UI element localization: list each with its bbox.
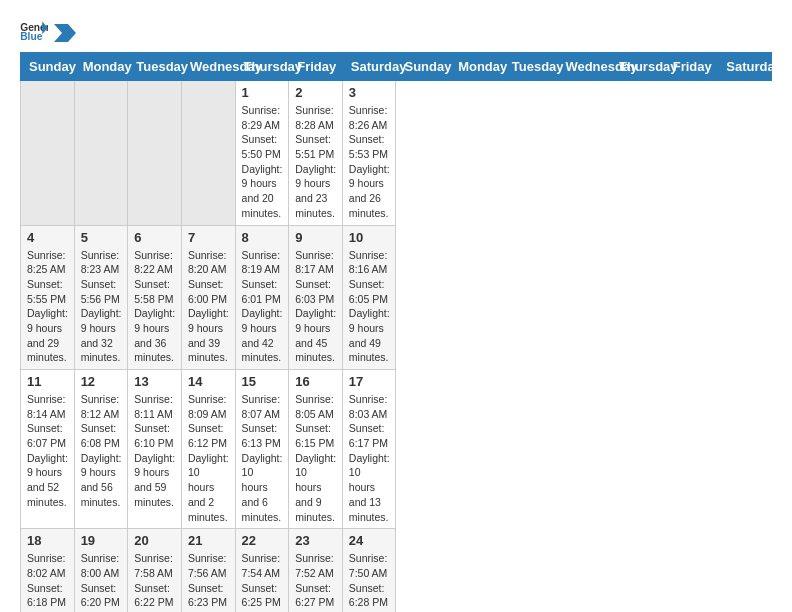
col-header-thursday: Thursday (611, 53, 665, 81)
calendar-cell: 16Sunrise: 8:05 AMSunset: 6:15 PMDayligh… (289, 370, 343, 529)
day-info: Sunrise: 8:17 AMSunset: 6:03 PMDaylight:… (295, 248, 336, 366)
calendar-cell: 20Sunrise: 7:58 AMSunset: 6:22 PMDayligh… (128, 529, 182, 612)
calendar-cell: 15Sunrise: 8:07 AMSunset: 6:13 PMDayligh… (235, 370, 289, 529)
page-header: General Blue (20, 20, 772, 42)
day-info: Sunrise: 8:12 AMSunset: 6:08 PMDaylight:… (81, 392, 122, 510)
col-header-saturday: Saturday (718, 53, 772, 81)
day-info: Sunrise: 8:11 AMSunset: 6:10 PMDaylight:… (134, 392, 175, 510)
day-number: 13 (134, 374, 175, 389)
calendar-cell: 23Sunrise: 7:52 AMSunset: 6:27 PMDayligh… (289, 529, 343, 612)
day-number: 7 (188, 230, 229, 245)
day-info: Sunrise: 7:50 AMSunset: 6:28 PMDaylight:… (349, 551, 390, 612)
day-number: 9 (295, 230, 336, 245)
calendar-cell: 13Sunrise: 8:11 AMSunset: 6:10 PMDayligh… (128, 370, 182, 529)
header-tuesday: Tuesday (128, 53, 182, 81)
day-number: 14 (188, 374, 229, 389)
calendar-cell (181, 81, 235, 226)
calendar-cell (21, 81, 75, 226)
day-info: Sunrise: 8:19 AMSunset: 6:01 PMDaylight:… (242, 248, 283, 366)
day-info: Sunrise: 8:20 AMSunset: 6:00 PMDaylight:… (188, 248, 229, 366)
calendar-cell: 19Sunrise: 8:00 AMSunset: 6:20 PMDayligh… (74, 529, 128, 612)
calendar-cell: 12Sunrise: 8:12 AMSunset: 6:08 PMDayligh… (74, 370, 128, 529)
day-number: 4 (27, 230, 68, 245)
col-header-friday: Friday (664, 53, 718, 81)
calendar-cell: 14Sunrise: 8:09 AMSunset: 6:12 PMDayligh… (181, 370, 235, 529)
day-info: Sunrise: 8:28 AMSunset: 5:51 PMDaylight:… (295, 103, 336, 221)
calendar-cell (74, 81, 128, 226)
week-row-3: 11Sunrise: 8:14 AMSunset: 6:07 PMDayligh… (21, 370, 772, 529)
day-info: Sunrise: 8:26 AMSunset: 5:53 PMDaylight:… (349, 103, 390, 221)
calendar-cell: 9Sunrise: 8:17 AMSunset: 6:03 PMDaylight… (289, 225, 343, 370)
day-info: Sunrise: 7:58 AMSunset: 6:22 PMDaylight:… (134, 551, 175, 612)
day-info: Sunrise: 8:29 AMSunset: 5:50 PMDaylight:… (242, 103, 283, 221)
day-number: 24 (349, 533, 390, 548)
calendar-cell: 1Sunrise: 8:29 AMSunset: 5:50 PMDaylight… (235, 81, 289, 226)
col-header-wednesday: Wednesday (557, 53, 611, 81)
header-monday: Monday (74, 53, 128, 81)
calendar-cell: 11Sunrise: 8:14 AMSunset: 6:07 PMDayligh… (21, 370, 75, 529)
calendar-cell (128, 81, 182, 226)
calendar-cell: 21Sunrise: 7:56 AMSunset: 6:23 PMDayligh… (181, 529, 235, 612)
header-friday: Friday (289, 53, 343, 81)
day-number: 22 (242, 533, 283, 548)
col-header-monday: Monday (450, 53, 504, 81)
header-thursday: Thursday (235, 53, 289, 81)
calendar-cell: 5Sunrise: 8:23 AMSunset: 5:56 PMDaylight… (74, 225, 128, 370)
calendar-cell: 8Sunrise: 8:19 AMSunset: 6:01 PMDaylight… (235, 225, 289, 370)
day-info: Sunrise: 7:54 AMSunset: 6:25 PMDaylight:… (242, 551, 283, 612)
day-info: Sunrise: 8:14 AMSunset: 6:07 PMDaylight:… (27, 392, 68, 510)
calendar-cell: 22Sunrise: 7:54 AMSunset: 6:25 PMDayligh… (235, 529, 289, 612)
day-info: Sunrise: 8:16 AMSunset: 6:05 PMDaylight:… (349, 248, 390, 366)
day-number: 3 (349, 85, 390, 100)
header-wednesday: Wednesday (181, 53, 235, 81)
day-number: 15 (242, 374, 283, 389)
day-number: 21 (188, 533, 229, 548)
day-info: Sunrise: 7:56 AMSunset: 6:23 PMDaylight:… (188, 551, 229, 612)
calendar-cell: 3Sunrise: 8:26 AMSunset: 5:53 PMDaylight… (342, 81, 396, 226)
header-sunday: Sunday (21, 53, 75, 81)
day-info: Sunrise: 8:07 AMSunset: 6:13 PMDaylight:… (242, 392, 283, 524)
calendar-table: SundayMondayTuesdayWednesdayThursdayFrid… (20, 52, 772, 612)
day-number: 23 (295, 533, 336, 548)
day-info: Sunrise: 8:25 AMSunset: 5:55 PMDaylight:… (27, 248, 68, 366)
day-info: Sunrise: 8:05 AMSunset: 6:15 PMDaylight:… (295, 392, 336, 524)
logo-icon: General Blue (20, 20, 48, 42)
day-info: Sunrise: 8:03 AMSunset: 6:17 PMDaylight:… (349, 392, 390, 524)
day-number: 1 (242, 85, 283, 100)
day-info: Sunrise: 8:00 AMSunset: 6:20 PMDaylight:… (81, 551, 122, 612)
calendar-cell: 6Sunrise: 8:22 AMSunset: 5:58 PMDaylight… (128, 225, 182, 370)
col-header-tuesday: Tuesday (503, 53, 557, 81)
day-number: 8 (242, 230, 283, 245)
day-number: 10 (349, 230, 390, 245)
logo-arrow-icon (54, 24, 76, 42)
calendar-header-row: SundayMondayTuesdayWednesdayThursdayFrid… (21, 53, 772, 81)
calendar-cell: 18Sunrise: 8:02 AMSunset: 6:18 PMDayligh… (21, 529, 75, 612)
svg-marker-3 (54, 24, 76, 42)
day-info: Sunrise: 8:09 AMSunset: 6:12 PMDaylight:… (188, 392, 229, 524)
day-number: 16 (295, 374, 336, 389)
day-number: 2 (295, 85, 336, 100)
calendar-cell: 24Sunrise: 7:50 AMSunset: 6:28 PMDayligh… (342, 529, 396, 612)
day-number: 19 (81, 533, 122, 548)
calendar-cell: 7Sunrise: 8:20 AMSunset: 6:00 PMDaylight… (181, 225, 235, 370)
week-row-2: 4Sunrise: 8:25 AMSunset: 5:55 PMDaylight… (21, 225, 772, 370)
logo: General Blue (20, 20, 78, 42)
day-info: Sunrise: 7:52 AMSunset: 6:27 PMDaylight:… (295, 551, 336, 612)
calendar-cell: 4Sunrise: 8:25 AMSunset: 5:55 PMDaylight… (21, 225, 75, 370)
week-row-4: 18Sunrise: 8:02 AMSunset: 6:18 PMDayligh… (21, 529, 772, 612)
col-header-sunday: Sunday (396, 53, 450, 81)
day-number: 6 (134, 230, 175, 245)
day-number: 20 (134, 533, 175, 548)
day-number: 12 (81, 374, 122, 389)
day-info: Sunrise: 8:22 AMSunset: 5:58 PMDaylight:… (134, 248, 175, 366)
week-row-1: 1Sunrise: 8:29 AMSunset: 5:50 PMDaylight… (21, 81, 772, 226)
day-info: Sunrise: 8:02 AMSunset: 6:18 PMDaylight:… (27, 551, 68, 612)
header-saturday: Saturday (342, 53, 396, 81)
day-number: 18 (27, 533, 68, 548)
day-info: Sunrise: 8:23 AMSunset: 5:56 PMDaylight:… (81, 248, 122, 366)
day-number: 5 (81, 230, 122, 245)
day-number: 17 (349, 374, 390, 389)
calendar-cell: 17Sunrise: 8:03 AMSunset: 6:17 PMDayligh… (342, 370, 396, 529)
day-number: 11 (27, 374, 68, 389)
calendar-cell: 2Sunrise: 8:28 AMSunset: 5:51 PMDaylight… (289, 81, 343, 226)
